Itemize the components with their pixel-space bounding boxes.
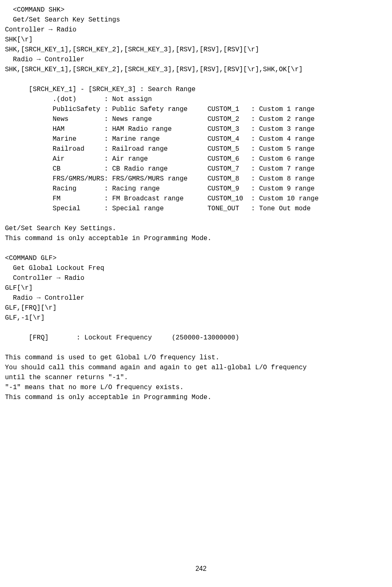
range-left-key: Air (53, 154, 104, 164)
shk-footer-line-1: Get/Set Search Key Settings. (5, 224, 387, 233)
range-right-key: CUSTOM_2 (208, 114, 251, 124)
shk-range-row: News: News rangeCUSTOM_2: Custom 2 range (53, 114, 387, 124)
glf-dir-radio-to-controller: Radio → Controller (5, 293, 387, 303)
shk-range-row: Special: Special rangeTONE_OUT: Tone Out… (53, 204, 387, 214)
range-left-desc: : Racing range (104, 184, 208, 194)
range-right-desc: : Custom 6 range (251, 154, 326, 164)
range-left-key: PublicSafety (53, 104, 104, 114)
range-left-key: FM (53, 194, 104, 204)
page-number: 242 (5, 564, 392, 574)
range-right-desc: : Custom 9 range (251, 184, 326, 194)
range-right-key: CUSTOM_5 (208, 144, 251, 154)
range-right-key: TONE_OUT (208, 204, 251, 214)
range-right-key: CUSTOM_4 (208, 134, 251, 144)
range-left-desc: : Special range (104, 204, 208, 214)
range-left-desc: : CB Radio range (104, 164, 208, 174)
shk-syntax-line-1: SHK[\r] (5, 35, 387, 45)
glf-footer-line-5: This command is only acceptable in Progr… (5, 392, 387, 402)
range-right-key: CUSTOM_8 (208, 174, 251, 184)
range-right-desc: : Custom 8 range (251, 174, 326, 184)
range-right-desc: : Tone Out mode (251, 204, 326, 214)
glf-dir-controller-to-radio: Controller → Radio (5, 273, 387, 283)
shk-range-row: Marine: Marine rangeCUSTOM_4: Custom 4 r… (53, 134, 387, 144)
glf-param-frq: [FRQ] : Lockout Frequency (250000-130000… (5, 333, 387, 343)
glf-footer-line-3: until the scanner returns "-1". (5, 373, 387, 383)
range-right-key: CUSTOM_7 (208, 164, 251, 174)
range-left-desc: : FRS/GMRS/MURS range (104, 174, 208, 184)
shk-range-row: Railroad: Railroad rangeCUSTOM_5: Custom… (53, 144, 387, 154)
glf-footer-line-1: This command is used to get Global L/O f… (5, 353, 387, 363)
shk-footer-line-2: This command is only acceptable in Progr… (5, 233, 387, 243)
shk-dir-radio-to-controller: Radio → Controller (5, 55, 387, 65)
shk-command-header: <COMMAND SHK> (5, 5, 387, 15)
range-right-desc: : Custom 3 range (251, 124, 326, 134)
spacer (5, 75, 387, 84)
shk-range-definitions: .(dot): Not assignPublicSafety: Public S… (5, 94, 387, 214)
range-right-desc: : Custom 1 range (251, 104, 326, 114)
shk-dir-controller-to-radio: Controller → Radio (5, 25, 387, 35)
shk-range-row: CB: CB Radio rangeCUSTOM_7: Custom 7 ran… (53, 164, 387, 174)
range-right-key: CUSTOM_9 (208, 184, 251, 194)
range-left-desc: : News range (104, 114, 208, 124)
spacer (5, 343, 387, 353)
range-left-desc: : Railroad range (104, 144, 208, 154)
spacer (5, 214, 387, 224)
glf-syntax-line-2: GLF,[FRQ][\r] (5, 303, 387, 313)
glf-syntax-line-1: GLF[\r] (5, 283, 387, 293)
shk-range-row: PublicSafety: Public Safety rangeCUSTOM_… (53, 104, 387, 114)
range-right-desc: : Custom 4 range (251, 134, 326, 144)
range-right-key (208, 94, 251, 104)
range-left-key: FRS/GMRS/MURS (53, 174, 104, 184)
range-right-key: CUSTOM_10 (208, 194, 251, 204)
range-left-desc: : HAM Radio range (104, 124, 208, 134)
range-left-key: .(dot) (53, 94, 104, 104)
spacer (5, 323, 387, 333)
spacer (5, 243, 387, 253)
shk-range-row: FM: FM Broadcast rangeCUSTOM_10: Custom … (53, 194, 387, 204)
range-right-desc: : Custom 10 range (251, 194, 326, 204)
range-left-key: News (53, 114, 104, 124)
range-right-key: CUSTOM_1 (208, 104, 251, 114)
shk-range-row: Air: Air rangeCUSTOM_6: Custom 6 range (53, 154, 387, 164)
glf-syntax-line-3: GLF,-1[\r] (5, 313, 387, 323)
range-left-desc: : FM Broadcast range (104, 194, 208, 204)
range-right-key: CUSTOM_6 (208, 154, 251, 164)
shk-syntax-line-2: SHK,[SRCH_KEY_1],[SRCH_KEY_2],[SRCH_KEY_… (5, 45, 387, 55)
range-right-desc (251, 94, 326, 104)
shk-range-header: [SRCH_KEY_1] - [SRCH_KEY_3] : Search Ran… (5, 84, 387, 94)
range-left-desc: : Public Safety range (104, 104, 208, 114)
shk-range-row: FRS/GMRS/MURS: FRS/GMRS/MURS rangeCUSTOM… (53, 174, 387, 184)
shk-title: Get/Set Search Key Settings (5, 15, 387, 25)
range-left-key: Railroad (53, 144, 104, 154)
range-left-key: Marine (53, 134, 104, 144)
document-page: <COMMAND SHK> Get/Set Search Key Setting… (5, 5, 387, 582)
shk-syntax-line-3: SHK,[SRCH_KEY_1],[SRCH_KEY_2],[SRCH_KEY_… (5, 65, 387, 75)
shk-range-row: .(dot): Not assign (53, 94, 387, 104)
range-left-key: Racing (53, 184, 104, 194)
shk-range-row: Racing: Racing rangeCUSTOM_9: Custom 9 r… (53, 184, 387, 194)
range-left-key: Special (53, 204, 104, 214)
range-right-key: CUSTOM_3 (208, 124, 251, 134)
range-left-desc: : Marine range (104, 134, 208, 144)
glf-footer-line-4: "-1" means that no more L/O frequency ex… (5, 383, 387, 392)
glf-footer-line-2: You should call this command again and a… (5, 363, 387, 373)
range-left-key: CB (53, 164, 104, 174)
range-left-desc: : Not assign (104, 94, 208, 104)
range-left-key: HAM (53, 124, 104, 134)
range-right-desc: : Custom 5 range (251, 144, 326, 154)
glf-title: Get Global Lockout Freq (5, 263, 387, 273)
range-right-desc: : Custom 2 range (251, 114, 326, 124)
range-left-desc: : Air range (104, 154, 208, 164)
range-right-desc: : Custom 7 range (251, 164, 326, 174)
glf-command-header: <COMMAND GLF> (5, 253, 387, 263)
shk-range-row: HAM: HAM Radio rangeCUSTOM_3: Custom 3 r… (53, 124, 387, 134)
